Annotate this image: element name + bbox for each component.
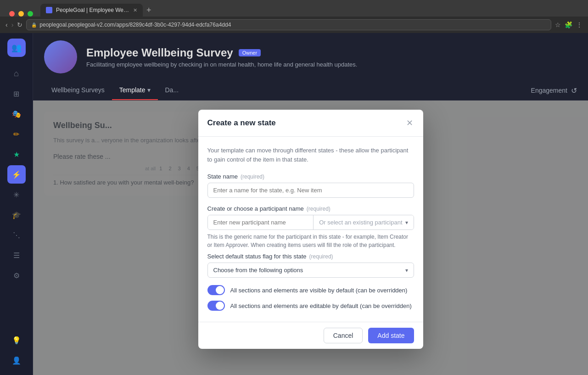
app-info: Employee Wellbeing Survey Owner Facilita… — [86, 46, 577, 68]
content-area: Wellbeing Su... This survey is a... very… — [33, 101, 588, 375]
traffic-light-yellow[interactable] — [18, 11, 24, 17]
nav-tabs: Wellbeing Surveys Template ▾ Da... Engag… — [33, 81, 588, 101]
participant-label-row: Create or choose a participant name (req… — [207, 205, 414, 212]
engagement-label: Engagement — [531, 87, 567, 94]
toggle-editable[interactable] — [207, 301, 225, 311]
address-text: peoplegoal.peoplegoal-v2.com/apps/8289c4… — [39, 22, 231, 28]
status-flag-label: Select default status flag for this stat… — [207, 253, 307, 260]
sidebar-item-asterisk[interactable]: ✳ — [7, 185, 26, 204]
dialog-close-button[interactable]: ✕ — [405, 117, 414, 129]
back-button[interactable]: ‹ — [6, 21, 8, 28]
toggle-row-editable: All sections and elements are editable b… — [207, 301, 414, 311]
nav-right: Engagement ↺ — [531, 86, 577, 95]
status-flag-value: Choose from the following options — [213, 267, 303, 274]
sidebar-item-edit[interactable]: ✏ — [7, 125, 26, 143]
state-name-group: State name (required) — [207, 173, 414, 198]
avatar — [44, 40, 77, 73]
state-name-required: (required) — [241, 174, 264, 180]
menu-button[interactable]: ⋮ — [576, 21, 582, 28]
participant-label: Create or choose a participant name — [207, 205, 304, 212]
status-flag-group: Select default status flag for this stat… — [207, 253, 414, 278]
participant-select-label: Or select an existing participant — [319, 219, 402, 226]
participant-input-row: Or select an existing participant ▾ — [207, 215, 414, 230]
sidebar-item-lightning[interactable]: ⚡ — [7, 165, 26, 184]
toggle-row-visible: All sections and elements are visible by… — [207, 285, 414, 295]
cancel-button[interactable]: Cancel — [324, 328, 363, 343]
lock-icon: 🔒 — [31, 22, 37, 28]
app-description: Facilitating employee wellbeing by check… — [86, 61, 577, 68]
app-header: Employee Wellbeing Survey Owner Facilita… — [33, 33, 588, 81]
state-name-label-row: State name (required) — [207, 173, 414, 180]
tab-close-icon[interactable]: ✕ — [133, 7, 137, 13]
dialog-header: Create a new state ✕ — [198, 110, 423, 137]
tab-favicon — [46, 7, 52, 13]
toggle-editable-knob — [216, 302, 224, 310]
status-flag-arrow-icon: ▾ — [405, 267, 408, 274]
dialog-body: Your template can move through different… — [198, 137, 423, 322]
address-bar[interactable]: 🔒 peoplegoal.peoplegoal-v2.com/apps/8289… — [26, 19, 551, 30]
traffic-light-green[interactable] — [28, 11, 33, 17]
new-tab-button[interactable]: + — [143, 4, 155, 17]
sidebar-item-ideas[interactable]: 💡 — [7, 331, 26, 349]
status-flag-select[interactable]: Choose from the following options ▾ — [207, 263, 414, 278]
status-flag-label-row: Select default status flag for this stat… — [207, 253, 414, 260]
add-state-button[interactable]: Add state — [368, 328, 414, 343]
sidebar-item-org[interactable]: ⋱ — [7, 226, 26, 244]
app-title: Employee Wellbeing Survey — [86, 46, 233, 59]
browser-toolbar: ‹ › ↻ 🔒 peoplegoal.peoplegoal-v2.com/app… — [0, 17, 588, 33]
tab-wellbeing-surveys[interactable]: Wellbeing Surveys — [44, 81, 112, 100]
sidebar-item-table[interactable]: ☰ — [7, 246, 26, 264]
toggle-visible-knob — [216, 286, 224, 294]
app-container: 👥 ⌂ ⊞ 🎭 ✏ ★ ⚡ ✳ 🎓 ⋱ ☰ ⚙ 💡 👤 Employee Wel… — [0, 33, 588, 375]
sidebar-item-graduation[interactable]: 🎓 — [7, 206, 26, 224]
sidebar-item-settings[interactable]: ⚙ — [7, 266, 26, 285]
participant-select-dropdown[interactable]: Or select an existing participant ▾ — [314, 215, 413, 229]
toggles-group: All sections and elements are visible by… — [207, 285, 414, 311]
tab-data[interactable]: Da... — [158, 81, 186, 100]
main-content: Employee Wellbeing Survey Owner Facilita… — [33, 33, 588, 375]
state-name-label: State name — [207, 173, 238, 180]
toggle-visible[interactable] — [207, 285, 225, 295]
dialog-overlay: Create a new state ✕ Your template can m… — [33, 101, 588, 375]
toggle-editable-label: All sections and elements are editable b… — [230, 302, 412, 309]
browser-tabs-bar: PeopleGoal | Employee Wellbe... ✕ + — [0, 0, 588, 17]
sidebar-item-people[interactable]: 🎭 — [7, 105, 26, 123]
status-flag-required: (required) — [309, 253, 333, 260]
traffic-light-red[interactable] — [9, 11, 15, 17]
bookmark-button[interactable]: ☆ — [555, 21, 561, 28]
sidebar-item-user[interactable]: 👤 — [7, 351, 26, 369]
app-title-row: Employee Wellbeing Survey Owner — [86, 46, 577, 59]
participant-required: (required) — [307, 206, 330, 212]
extensions-button[interactable]: 🧩 — [565, 21, 572, 28]
tab-title: PeopleGoal | Employee Wellbe... — [56, 7, 129, 13]
sidebar-item-grid[interactable]: ⊞ — [7, 84, 26, 103]
engagement-refresh-button[interactable]: ↺ — [571, 86, 577, 95]
template-dropdown-icon[interactable]: ▾ — [147, 86, 151, 94]
participant-dropdown-arrow-icon: ▾ — [405, 219, 408, 226]
dialog-title: Create a new state — [207, 118, 276, 128]
dialog-footer: Cancel Add state — [198, 322, 423, 349]
participant-hint: This is the generic name for the partici… — [207, 233, 414, 249]
sidebar-item-home[interactable]: ⌂ — [7, 64, 26, 83]
sidebar-item-star[interactable]: ★ — [7, 145, 26, 163]
browser-chrome: PeopleGoal | Employee Wellbe... ✕ + ‹ › … — [0, 0, 588, 33]
toggle-visible-label: All sections and elements are visible by… — [230, 287, 408, 294]
owner-badge: Owner — [239, 49, 261, 56]
dialog-description: Your template can move through different… — [207, 146, 414, 164]
sidebar: 👥 ⌂ ⊞ 🎭 ✏ ★ ⚡ ✳ 🎓 ⋱ ☰ ⚙ 💡 👤 — [0, 33, 33, 375]
sidebar-logo[interactable]: 👥 — [7, 39, 26, 57]
state-name-input[interactable] — [207, 183, 414, 198]
forward-button[interactable]: › — [11, 21, 14, 28]
browser-tab-active[interactable]: PeopleGoal | Employee Wellbe... ✕ — [40, 4, 143, 17]
reload-button[interactable]: ↻ — [17, 21, 22, 28]
tab-template[interactable]: Template ▾ — [112, 81, 158, 100]
dialog: Create a new state ✕ Your template can m… — [198, 110, 423, 349]
participant-name-input[interactable] — [208, 215, 314, 229]
participant-name-group: Create or choose a participant name (req… — [207, 205, 414, 249]
